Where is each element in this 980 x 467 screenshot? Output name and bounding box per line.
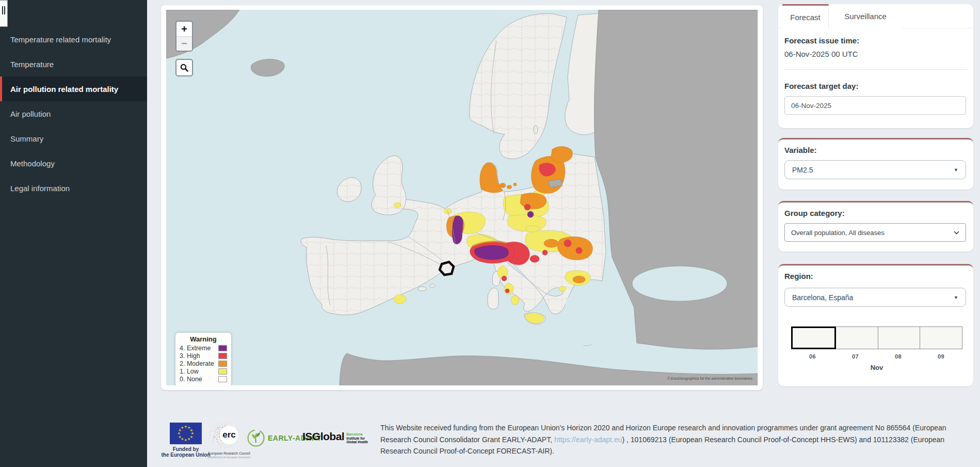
map-svg (166, 10, 758, 385)
tab-bar: Forecast Surveillance (778, 4, 973, 28)
sidebar-item-air-pollution-related-mortality[interactable]: Air pollution related mortality (0, 76, 147, 101)
forecast-issue-time-label: Forecast issue time: (784, 36, 859, 45)
legend-row-high: 3. High (180, 352, 227, 360)
map-attribution: © EuroGeographics for the administrative… (667, 377, 752, 380)
sidebar-item-methodology[interactable]: Methodology (0, 151, 147, 176)
legend-swatch-moderate (218, 361, 227, 367)
selected-region-outline (440, 262, 454, 275)
forecast-issue-time-value: 06-Nov-2025 00 UTC (784, 50, 858, 58)
sidebar-toggle-icon (2, 6, 3, 14)
sidebar-item-temperature[interactable]: Temperature (0, 52, 147, 76)
leaf-icon (247, 429, 265, 447)
group-category-select[interactable]: Overall population, All diseases (784, 223, 966, 242)
legend-row-none: 0. None (180, 375, 227, 383)
timeline-cell-09[interactable] (920, 326, 962, 349)
magnifier-icon (180, 63, 189, 72)
group-category-label: Group category: (784, 209, 845, 217)
chevron-down-icon: ▼ (954, 167, 958, 173)
legend-title: Warning (180, 335, 227, 343)
legend-row-low: 1. Low (180, 367, 227, 375)
timeline-cell-07[interactable] (836, 326, 878, 349)
tab-surveillance[interactable]: Surveillance (829, 4, 902, 28)
variable-dropdown[interactable]: PM2.5 ▼ (784, 160, 966, 179)
region-label: Region: (784, 272, 813, 281)
timeline-cell-08[interactable] (878, 326, 921, 349)
erc-logo: erc European Research Council Establishe… (205, 419, 253, 460)
eu-flag-stars: ★★★★★★★★★★★★ (170, 423, 202, 444)
variable-label: Variable: (784, 146, 817, 154)
timeline-day-labels: 06 07 08 09 (791, 353, 962, 360)
legend-swatch-extreme (218, 345, 227, 351)
tab-forecast[interactable]: Forecast (782, 4, 829, 28)
legend-swatch-high (218, 353, 227, 359)
chevron-down-icon (954, 231, 959, 235)
legend-row-moderate: 2. Moderate (180, 360, 227, 367)
group-category-card: Group category: Overall population, All … (778, 201, 973, 252)
region-dropdown[interactable]: Barcelona, España ▼ (784, 288, 966, 307)
sidebar-item-legal-information[interactable]: Legal information (0, 176, 147, 200)
legend-row-extreme: 4. Extreme (180, 344, 227, 352)
legend-swatch-none (218, 376, 227, 382)
europe-warning-map[interactable]: © EuroGeographics for the administrative… (166, 10, 758, 385)
forecast-target-day-input[interactable] (784, 96, 966, 115)
isglobal-logo: ISGlobal Barcelona Institute for Global … (302, 430, 368, 444)
erc-wordmark: erc (220, 426, 238, 444)
map-card: © EuroGeographics for the administrative… (161, 5, 763, 390)
early-adapt-link[interactable]: https://early-adapt.eu (554, 435, 622, 444)
sidebar-item-air-pollution[interactable]: Air pollution (0, 101, 147, 126)
chevron-down-icon: ▼ (954, 295, 958, 300)
zoom-out-button[interactable]: − (176, 36, 192, 51)
legend-swatch-low (218, 368, 227, 375)
forecast-card: Forecast Surveillance Forecast issue tim… (778, 4, 973, 128)
timeline-cell-06[interactable] (791, 326, 836, 349)
forecast-target-day-label: Forecast target day: (784, 82, 858, 90)
sidebar-nav: Temperature related mortality Temperatur… (0, 27, 147, 200)
day-timeline (791, 326, 962, 349)
sidebar-item-summary[interactable]: Summary (0, 126, 147, 151)
zoom-in-button[interactable]: + (176, 22, 192, 36)
map-zoom-controls: + − (175, 21, 193, 52)
sidebar: Temperature related mortality Temperatur… (0, 0, 147, 467)
sidebar-collapse-toggle[interactable] (0, 0, 8, 27)
map-search-button[interactable] (175, 59, 193, 76)
variable-card: Variable: PM2.5 ▼ (778, 138, 973, 190)
divider (784, 69, 967, 70)
funding-statement: This Website received funding from the E… (380, 422, 971, 457)
eu-flag-logo: ★★★★★★★★★★★★ (170, 423, 202, 444)
warning-legend: Warning 4. Extreme 3. High 2. Moderate 1… (175, 333, 231, 385)
region-card: Region: Barcelona, España ▼ 06 07 08 09 … (778, 264, 973, 386)
timeline-month-label: Nov (791, 364, 962, 371)
sidebar-item-temperature-related-mortality[interactable]: Temperature related mortality (0, 27, 147, 52)
